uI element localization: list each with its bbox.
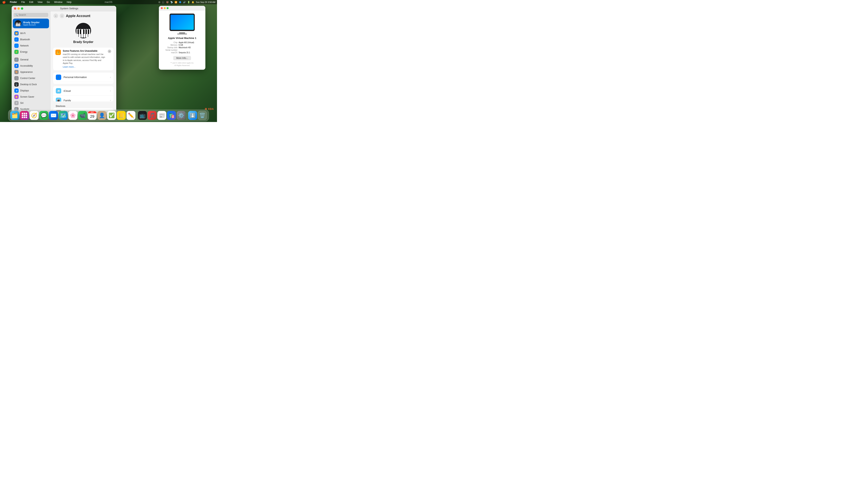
dock-separator-1: [136, 113, 137, 120]
sidebar-label-network: Network: [20, 44, 29, 47]
dock-item-facetime[interactable]: 📹: [78, 111, 87, 120]
dock-item-launchpad[interactable]: [20, 111, 29, 120]
dock-item-reminders[interactable]: ✅: [107, 111, 116, 120]
family-icon: 👨‍👩‍👧: [56, 98, 61, 101]
page-title: Apple Account: [66, 14, 90, 18]
energy-icon: ⚡: [14, 50, 19, 54]
accessibility-icon: ♿: [14, 64, 19, 68]
vm-title: Apple Virtual Machine 1: [168, 37, 196, 39]
bluetooth-icon: 🔷: [14, 37, 19, 42]
dock-item-system-settings[interactable]: ⚙️: [177, 111, 186, 120]
menubar-window[interactable]: Window: [54, 0, 63, 4]
dock-item-photos[interactable]: 🌸: [68, 111, 77, 120]
window-maximize-button[interactable]: [21, 7, 23, 10]
warning-close-button[interactable]: ×: [108, 50, 111, 53]
dock-item-calendar[interactable]: SEP 29: [88, 111, 97, 120]
network-icon: 🌐: [14, 43, 19, 48]
sidebar-label-wifi: Wi-Fi: [20, 32, 26, 35]
sidebar-item-energy[interactable]: ⚡ Energy: [13, 49, 49, 55]
desktop: 🍎 Finder File Edit View Go Window Help m…: [0, 0, 217, 122]
main-content: ‹ › Apple Account: [51, 11, 116, 114]
icloud-icon: ☁️: [56, 88, 61, 94]
menubar-right: ⊡ 🎧 🐻 📡 📶 🔷 🔊 🔋 🔔 Sun Sep 29 3:58 AM: [158, 1, 215, 3]
menubar-bear-icon: 🐻: [166, 1, 169, 3]
sidebar-item-bluetooth[interactable]: 🔷 Bluetooth: [13, 36, 49, 42]
menubar-bluetooth-icon: 🔷: [179, 1, 182, 3]
dock-item-freeform[interactable]: ✏️: [126, 111, 135, 120]
vm-minimize-button[interactable]: [164, 7, 166, 9]
sidebar-label-appearance: Appearance: [20, 71, 33, 73]
menubar-finder[interactable]: Finder: [9, 0, 18, 4]
sidebar-item-wifi[interactable]: 📶 Wi-Fi: [13, 30, 49, 36]
vm-more-info-button[interactable]: More Info...: [173, 56, 191, 60]
search-icon: 🔍: [15, 14, 18, 16]
dock-item-trash[interactable]: 🗑️: [198, 111, 207, 120]
dock-item-appletv[interactable]: 📺: [138, 111, 147, 120]
sidebar-item-general[interactable]: ⚙️ General: [13, 57, 49, 63]
dock-item-safari[interactable]: 🧭: [30, 111, 38, 120]
sidebar-item-network[interactable]: 🌐 Network: [13, 42, 49, 49]
sidebar-item-displays[interactable]: 🖥 Displays: [13, 88, 49, 94]
menubar-left: 🍎 Finder File Edit View Go Window Help: [2, 0, 72, 4]
menubar-volume-icon: 🔊: [183, 1, 186, 3]
menubar-battery-icon: 🔋: [187, 1, 190, 3]
vm-memory-label: Memory: [162, 44, 178, 46]
dock-item-music[interactable]: 🎵: [148, 111, 157, 120]
sidebar-item-desktop-dock[interactable]: 🖥️ Desktop & Dock: [13, 81, 49, 88]
apple-menu[interactable]: 🍎: [2, 0, 6, 4]
nav-forward-button[interactable]: ›: [60, 13, 64, 18]
vm-copyright: ™ and © 1983-2024 Apple Inc.All Rights R…: [170, 62, 194, 67]
settings-row-personal-info[interactable]: 👤 Personal Information ›: [53, 73, 114, 82]
main-avatar[interactable]: [75, 23, 91, 38]
dock-item-mail[interactable]: ✉️: [49, 111, 58, 120]
icloud-label: iCloud: [64, 90, 108, 92]
settings-row-signin-security[interactable]: 🔒 Sign-In & Security ›: [53, 82, 114, 84]
menubar-go[interactable]: Go: [46, 0, 51, 4]
icloud-chevron: ›: [110, 90, 111, 92]
vm-info-panel: Apple Virtual Machine 1 Chip Apple M3 (V…: [159, 6, 206, 70]
sidebar-item-appearance[interactable]: 🎨 Appearance: [13, 69, 49, 75]
dock-separator-2: [187, 113, 187, 120]
menubar-view[interactable]: View: [37, 0, 43, 4]
siri-icon: 🎙: [14, 101, 19, 105]
nav-back-button[interactable]: ‹: [54, 13, 58, 18]
sidebar-profile-info: Brady Snyder Apple Account: [23, 21, 40, 26]
search-input[interactable]: [13, 13, 48, 17]
vm-serial-row: Serial number: [162, 49, 202, 51]
dock-item-downloader[interactable]: ⬇️: [188, 111, 197, 120]
vm-close-button[interactable]: [161, 7, 163, 9]
sidebar-label-desktop-dock: Desktop & Dock: [20, 83, 37, 86]
dock-item-news[interactable]: 📰: [157, 111, 166, 120]
sidebar-profile-item[interactable]: Brady Snyder Apple Account: [13, 19, 49, 28]
window-titlebar: System Settings: [11, 6, 116, 11]
dock-item-contacts[interactable]: 👤: [97, 111, 106, 120]
settings-row-family[interactable]: 👨‍👩‍👧 Family ›: [53, 96, 114, 101]
window-close-button[interactable]: [14, 7, 16, 10]
dock-item-finder[interactable]: 🗂️: [10, 111, 19, 120]
dock-item-appstore[interactable]: 🛍️: [167, 111, 176, 120]
family-label: Family: [64, 99, 108, 101]
vm-maximize-button[interactable]: [166, 7, 168, 9]
menubar-headphones-icon: 🎧: [162, 1, 164, 3]
dock-item-maps[interactable]: 🗺️: [59, 111, 68, 120]
sidebar-label-siri: Siri: [20, 102, 24, 104]
general-icon: ⚙️: [14, 58, 19, 62]
sidebar-item-screen-saver[interactable]: 🌟 Screen Saver: [13, 94, 49, 100]
screen-saver-icon: 🌟: [14, 95, 19, 99]
menubar-edit[interactable]: Edit: [29, 0, 34, 4]
sidebar-item-control-center[interactable]: 🎛️ Control Center: [13, 75, 49, 81]
sidebar-label-screen-saver: Screen Saver: [20, 95, 34, 98]
menubar-screensharing-icon: ⊡: [158, 1, 160, 3]
dock-item-messages[interactable]: 💬: [39, 111, 48, 120]
vm-macos-label: macOS: [162, 52, 178, 54]
dock-item-notes[interactable]: 📒: [117, 111, 126, 120]
menubar-help[interactable]: Help: [66, 0, 72, 4]
warning-icon: ⚠️: [55, 50, 61, 55]
sidebar-item-accessibility[interactable]: ♿ Accessibility: [13, 63, 49, 69]
window-minimize-button[interactable]: [18, 7, 20, 10]
vm-macos-value: Sequoia 15.1: [179, 52, 190, 54]
sidebar-item-siri[interactable]: 🎙 Siri: [13, 100, 49, 106]
menubar-file[interactable]: File: [21, 0, 26, 4]
warning-learn-more[interactable]: Learn more...: [63, 66, 75, 68]
settings-row-icloud[interactable]: ☁️ iCloud ›: [53, 86, 114, 96]
